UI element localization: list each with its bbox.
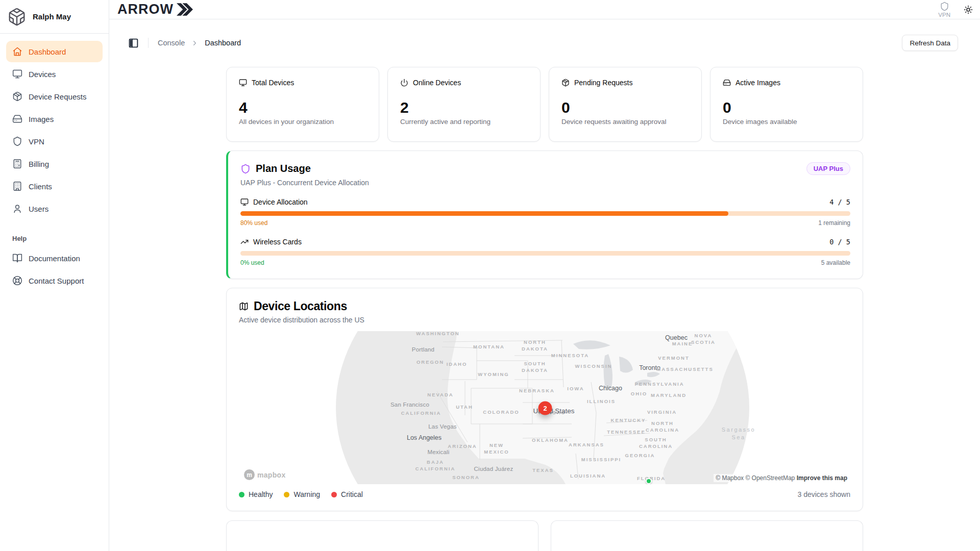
legend-label: Healthy (249, 490, 273, 498)
critical-dot-icon (331, 492, 337, 497)
partially-visible-card (226, 520, 538, 551)
package-icon (561, 79, 570, 87)
sidebar-item-billing[interactable]: Billing (6, 153, 103, 174)
hard-drive-icon (723, 79, 731, 87)
building-icon (12, 181, 22, 191)
stat-card-active-images: Active Images 0 Device images available (710, 67, 863, 142)
plan-subtitle: UAP Plus - Concurrent Device Allocation (240, 179, 850, 187)
meter-label: Wireless Cards (253, 238, 302, 246)
attribution-text[interactable]: © Mapbox © OpenStreetMap (716, 474, 795, 482)
refresh-data-button[interactable]: Refresh Data (902, 35, 958, 51)
stat-title: Active Images (736, 79, 780, 87)
stat-description: Currently active and reporting (400, 118, 528, 126)
stat-title: Pending Requests (574, 79, 632, 87)
book-open-icon (12, 253, 22, 263)
breadcrumb: Console Dashboard (158, 39, 241, 47)
sidebar-item-clients[interactable]: Clients (6, 176, 103, 197)
next-cards-row (226, 520, 863, 551)
device-locations-card: Device Locations Active device distribut… (226, 288, 863, 511)
sidebar-item-label: VPN (29, 137, 44, 146)
stat-card-pending-requests: Pending Requests 0 Device requests await… (549, 67, 702, 142)
stat-card-online-devices: Online Devices 2 Currently active and re… (387, 67, 541, 142)
monitor-icon (240, 198, 249, 206)
legend-label: Critical (341, 490, 363, 498)
arrow-logo[interactable]: ARROW (117, 2, 193, 17)
sidebar-item-dashboard[interactable]: Dashboard (6, 41, 103, 62)
sidebar-item-users[interactable]: Users (6, 198, 103, 219)
power-icon (400, 79, 408, 87)
cube-icon (7, 7, 27, 27)
dashboard-content: Total Devices 4 All devices in your orga… (226, 67, 863, 551)
user-name: Ralph May (33, 12, 71, 21)
sidebar-item-device-requests[interactable]: Device Requests (6, 86, 103, 107)
improve-map-link[interactable]: Improve this map (797, 474, 847, 482)
package-icon (12, 91, 22, 102)
stat-description: Device requests awaiting approval (561, 118, 689, 126)
us-map[interactable]: WASHINGTONMONTANANORTH DAKOTAMINNESOTAPo… (239, 331, 850, 484)
sidebar-item-contact-support[interactable]: Contact Support (6, 270, 103, 291)
legend-item-warning: Warning (284, 490, 320, 498)
shield-icon (940, 2, 949, 11)
monitor-icon (12, 69, 22, 79)
stat-value: 0 (561, 99, 689, 116)
header-actions: VPN (938, 2, 973, 18)
sidebar-item-label: Device Requests (29, 92, 86, 101)
stat-value: 0 (723, 99, 850, 116)
calculator-icon (12, 159, 22, 169)
percent-used-label: 80% used (240, 219, 267, 227)
partially-visible-card (551, 520, 863, 551)
shield-icon (240, 164, 251, 174)
main-area: ARROW VPN Console (109, 0, 980, 551)
app-root: Ralph May Dashboard Devices Device Reque… (0, 0, 980, 551)
warning-dot-icon (284, 492, 289, 497)
life-buoy-icon (12, 276, 22, 286)
legend-item-healthy: Healthy (239, 490, 273, 498)
theme-toggle-button[interactable] (964, 5, 973, 14)
sidebar-item-documentation[interactable]: Documentation (6, 247, 103, 269)
mapbox-wordmark: mapbox (257, 471, 285, 479)
device-locations-subtitle: Active device distribution across the US (239, 316, 850, 324)
meter-ratio: 4 / 5 (829, 198, 850, 206)
user-profile[interactable]: Ralph May (0, 0, 109, 34)
divider (148, 38, 149, 48)
map-icon (239, 302, 249, 311)
device-cluster-marker[interactable]: 2 (538, 402, 552, 415)
stat-card-total-devices: Total Devices 4 All devices in your orga… (226, 67, 379, 142)
meter-ratio: 0 / 5 (829, 238, 850, 246)
vpn-status-button[interactable]: VPN (938, 2, 950, 18)
sidebar-item-label: Devices (29, 70, 56, 79)
sidebar-item-devices[interactable]: Devices (6, 63, 103, 85)
sidebar: Ralph May Dashboard Devices Device Reque… (0, 0, 109, 551)
stat-description: All devices in your organization (239, 118, 366, 126)
map-attribution: © Mapbox © OpenStreetMap Improve this ma… (714, 474, 849, 482)
user-icon (12, 204, 22, 214)
double-chevron-icon (177, 3, 193, 16)
sidebar-item-label: Users (29, 205, 48, 213)
progress-fill (240, 211, 728, 216)
plan-badge: UAP Plus (806, 162, 850, 175)
breadcrumb-bar: Console Dashboard Refresh Data (109, 35, 980, 51)
mapbox-logo[interactable]: m mapbox (244, 469, 285, 480)
device-allocation-meter: Device Allocation 4 / 5 80% used 1 remai… (240, 198, 850, 227)
sidebar-toggle-button[interactable] (128, 38, 139, 48)
wireless-cards-meter: Wireless Cards 0 / 5 0% used 5 available (240, 238, 850, 266)
device-point-marker[interactable] (646, 478, 652, 484)
sidebar-item-vpn[interactable]: VPN (6, 131, 103, 152)
chevron-right-icon (191, 39, 199, 47)
sidebar-item-images[interactable]: Images (6, 108, 103, 130)
sun-icon (964, 5, 973, 14)
devices-shown-count: 3 devices shown (797, 490, 850, 498)
legend-label: Warning (293, 490, 320, 498)
stats-row: Total Devices 4 All devices in your orga… (226, 67, 863, 142)
breadcrumb-console[interactable]: Console (158, 39, 185, 47)
vpn-label: VPN (938, 12, 950, 18)
stat-title: Total Devices (252, 79, 294, 87)
logo-wordmark: ARROW (117, 2, 174, 17)
plan-usage-title: Plan Usage (256, 163, 311, 174)
breadcrumb-current: Dashboard (205, 39, 241, 47)
trending-up-icon (240, 238, 249, 246)
plan-usage-card: Plan Usage UAP Plus UAP Plus - Concurren… (226, 151, 863, 279)
map-legend-row: Healthy Warning Critical 3 devices shown (239, 490, 850, 498)
device-locations-title: Device Locations (254, 299, 347, 313)
sidebar-item-label: Images (29, 115, 54, 123)
